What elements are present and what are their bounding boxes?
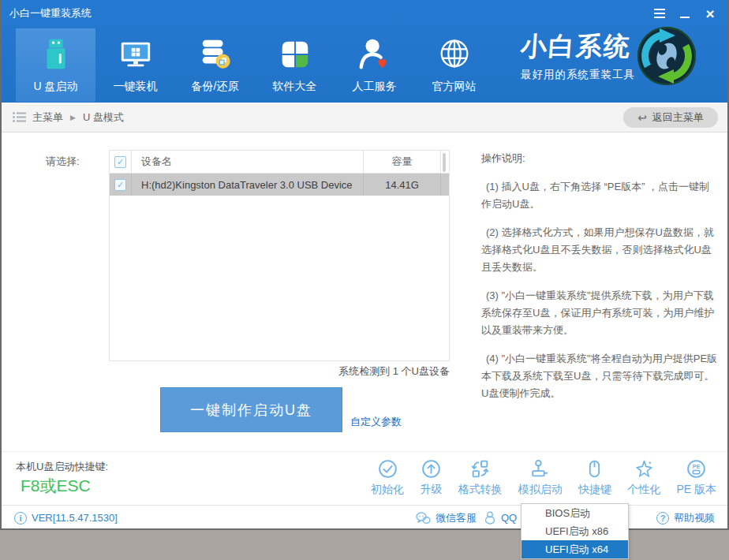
select-all-checkbox[interactable]: ✓ [114, 156, 126, 168]
tool-label: 格式转换 [458, 483, 502, 497]
version-text: VER[11.5.47.1530] [32, 512, 118, 524]
qq-penguin-icon [484, 511, 496, 525]
info-icon: i [14, 512, 27, 525]
back-to-main-menu-button[interactable]: ↩ 返回主菜单 [623, 107, 718, 128]
table-row-usb-device[interactable]: ✓ H:(hd2)Kingston DataTraveler 3.0 USB D… [110, 174, 449, 196]
wechat-icon [416, 512, 431, 525]
pe-version-icon: PE [686, 458, 707, 480]
nav-item-website[interactable]: 官方网站 [414, 28, 494, 102]
nav-label: U 盘启动 [34, 80, 78, 94]
tool-initialize[interactable]: 初始化 [371, 458, 404, 497]
breadcrumb-root[interactable]: 主菜单 [32, 110, 63, 125]
wechat-support-link[interactable]: 微信客服 [416, 506, 477, 530]
back-arrow-icon: ↩ [637, 111, 647, 124]
format-convert-icon [469, 458, 491, 480]
globe-icon [436, 34, 473, 75]
tool-pe-version[interactable]: PE PE 版本 [676, 458, 716, 497]
detected-devices-text: 系统检测到 1 个U盘设备 [109, 364, 450, 379]
minimize-icon [680, 17, 690, 18]
make-boot-usb-button[interactable]: 一键制作启动U盘 [160, 387, 342, 432]
row-checkbox-cell: ✓ [110, 174, 132, 196]
breadcrumb-arrow-icon: ▶ [70, 114, 76, 121]
main-nav: U 盘启动 一键装机 [16, 28, 494, 102]
help-video-link[interactable]: ? 帮助视频 [656, 506, 715, 530]
scrollbar-thumb[interactable] [443, 153, 446, 172]
minimize-button[interactable] [675, 5, 694, 22]
personalize-star-icon [634, 458, 655, 480]
upgrade-arrow-circle-icon [421, 458, 442, 480]
menu-icon[interactable] [650, 5, 669, 22]
tool-label: 快捷键 [578, 483, 611, 497]
svg-text:PE: PE [693, 463, 701, 470]
header-checkbox-cell: ✓ [110, 151, 132, 173]
popup-item-uefi-x64[interactable]: UEFI启动 x64 [522, 540, 628, 558]
instruction-step-3: (3) "小白一键重装系统"提供系统下载，为用户下载系统保存至U盘，保证用户有系… [481, 287, 718, 339]
nav-label: 人工服务 [353, 80, 397, 94]
instruction-step-1: (1) 插入U盘，右下角选择 “PE版本” ，点击一键制作启动U盘。 [481, 178, 718, 213]
row-checkbox[interactable]: ✓ [114, 179, 126, 191]
hamburger-icon [654, 9, 665, 18]
nav-label: 备份/还原 [192, 80, 239, 94]
boot-mode-popup-menu: BIOS启动 UEFI启动 x86 UEFI启动 x64 [521, 503, 629, 559]
nav-item-software[interactable]: 软件大全 [255, 28, 335, 102]
column-header-device-name: 设备名 [132, 151, 363, 173]
back-button-label: 返回主菜单 [652, 110, 704, 125]
tool-personalize[interactable]: 个性化 [627, 458, 660, 497]
database-backup-icon [197, 34, 234, 75]
select-label: 请选择: [46, 155, 80, 169]
help-label: 帮助视频 [674, 511, 715, 525]
nav-label: 软件大全 [273, 80, 317, 94]
hotkey-mouse-icon [584, 458, 605, 480]
instructions-panel: 操作说明: (1) 插入U盘，右下角选择 “PE版本” ，点击一键制作启动U盘。… [481, 150, 718, 402]
scrollbar-spacer [440, 174, 449, 196]
breadcrumb-bar: 主菜单 ▶ U 盘模式 ↩ 返回主菜单 [0, 103, 729, 133]
hotkey-label: 本机U盘启动快捷键: [16, 460, 108, 474]
tool-hotkey[interactable]: 快捷键 [578, 458, 611, 497]
tool-upgrade[interactable]: 升级 [420, 458, 442, 497]
check-icon: ✓ [117, 180, 124, 190]
software-clover-icon [277, 34, 313, 75]
init-check-circle-icon [377, 458, 398, 480]
column-header-capacity: 容量 [363, 151, 440, 173]
usb-drive-icon [38, 34, 74, 75]
brand-name: 小白系统 [520, 33, 636, 59]
bottom-toolbar-row: 本机U盘启动快捷键: F8或ESC 初始化 升级 [0, 451, 729, 505]
close-icon: × [705, 6, 714, 21]
monitor-icon [118, 34, 154, 75]
tool-label: 升级 [420, 483, 442, 497]
person-heart-icon [357, 34, 393, 75]
window-controls: × [650, 5, 720, 22]
tool-simulate-boot[interactable]: 模拟启动 [518, 458, 563, 497]
device-table: ✓ 设备名 容量 ✓ H:(hd2)Kingston DataTraveler … [109, 150, 450, 361]
instructions-title: 操作说明: [481, 150, 718, 167]
nav-item-support[interactable]: 人工服务 [335, 28, 414, 102]
simulate-boot-joystick-icon [529, 458, 551, 480]
wechat-label: 微信客服 [436, 511, 477, 525]
qq-label: QQ [501, 512, 517, 524]
popup-item-bios-boot[interactable]: BIOS启动 [522, 504, 628, 522]
tool-label: PE 版本 [676, 483, 716, 497]
tools-bar: 初始化 升级 格式转换 [371, 458, 716, 497]
table-scrollbar[interactable] [440, 151, 449, 173]
nav-label: 官方网站 [432, 80, 477, 94]
breadcrumb: 主菜单 ▶ U 盘模式 [0, 103, 729, 132]
brand-block: 小白系统 最好用的系统重装工具 [521, 33, 635, 82]
hotkey-value: F8或ESC [21, 475, 91, 497]
qq-group-link[interactable]: QQ [484, 506, 517, 530]
nav-label: 一键装机 [114, 80, 158, 94]
nav-item-one-click-install[interactable]: 一键装机 [95, 28, 175, 102]
instruction-step-2: (2) 选择格式化方式，如果用户想保存U盘数据，就选择格式化U盘且不丢失数据，否… [481, 224, 718, 276]
close-button[interactable]: × [701, 5, 720, 22]
tool-format-convert[interactable]: 格式转换 [458, 458, 502, 497]
brand-tagline: 最好用的系统重装工具 [521, 68, 635, 82]
popup-item-uefi-x86[interactable]: UEFI启动 x86 [522, 522, 628, 540]
device-capacity-cell: 14.41G [363, 174, 440, 196]
check-icon: ✓ [117, 157, 124, 167]
tool-label: 个性化 [627, 483, 660, 497]
device-name-cell: H:(hd2)Kingston DataTraveler 3.0 USB Dev… [132, 174, 363, 196]
custom-params-link[interactable]: 自定义参数 [350, 415, 402, 429]
question-icon: ? [656, 512, 669, 525]
nav-item-backup-restore[interactable]: 备份/还原 [175, 28, 255, 102]
device-table-header: ✓ 设备名 容量 [110, 151, 449, 174]
nav-item-usb-boot[interactable]: U 盘启动 [16, 28, 95, 102]
